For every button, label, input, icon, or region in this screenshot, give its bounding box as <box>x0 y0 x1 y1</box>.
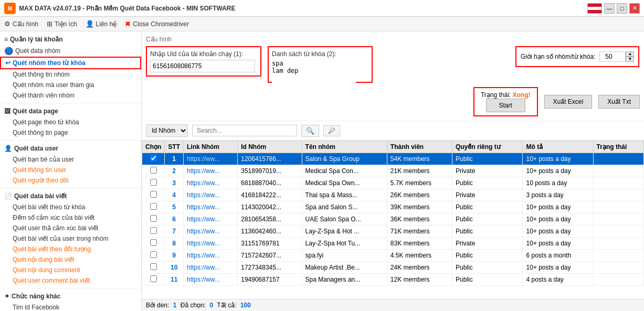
row-stt: 2 <box>165 165 184 177</box>
row-link: https://ww... <box>184 226 238 238</box>
group-link[interactable]: https://ww... <box>187 216 220 223</box>
row-privacy: Private <box>452 238 523 250</box>
row-checkbox[interactable] <box>150 251 157 258</box>
row-checkbox[interactable] <box>150 203 157 210</box>
row-status <box>593 189 643 201</box>
group-link[interactable]: https://ww... <box>187 203 220 211</box>
sidebar-item-noidungbaiviet[interactable]: Quét nội dung bài viết <box>0 254 141 265</box>
sidebar-item-userthamgia[interactable]: Quét nhóm mà user tham gia <box>0 80 141 90</box>
row-stt: 7 <box>165 226 184 238</box>
limit-input[interactable] <box>599 51 626 62</box>
header-privacy: Quyền riêng tư <box>452 141 523 153</box>
nav-lienhe[interactable]: 👤 Liên hệ <box>86 20 117 28</box>
config-icon: ⚙ <box>4 20 10 28</box>
export-excel-button[interactable]: Xuất Excel <box>544 95 593 109</box>
sidebar-item-thongtinpage[interactable]: Quét thông tin page <box>0 127 141 138</box>
row-checkbox[interactable] <box>150 227 157 234</box>
config-section-title: Cấu hình <box>146 36 640 43</box>
header-link: Link Nhóm <box>184 141 238 153</box>
search-clear-button[interactable]: 🔎 <box>323 125 340 136</box>
limit-config-box: Giới hạn số nhóm/từ khóa: ▲ ▼ <box>515 46 639 67</box>
group-link[interactable]: https://ww... <box>187 228 220 235</box>
row-id: 19490687157 <box>238 274 302 286</box>
row-desc: 10+ posts a day <box>523 201 593 213</box>
export-txt-button[interactable]: Xuất Txt <box>598 95 640 109</box>
table-header-row: Chọn STT Link Nhóm Id Nhóm Tên nhóm Thàn… <box>142 141 644 153</box>
row-name: Spa Managers an... <box>302 274 387 286</box>
row-privacy: Public <box>452 262 523 274</box>
sidebar-item-timid[interactable]: Tim Id Facebook <box>0 302 141 311</box>
row-name: UAE Salon Spa O... <box>302 213 387 226</box>
row-checkbox[interactable] <box>150 179 157 186</box>
sidebar-item-nguoitheodoi[interactable]: Quét người theo dõi <box>0 175 141 186</box>
row-id: 3518997019... <box>238 165 302 177</box>
limit-input-group: ▲ ▼ <box>599 51 634 62</box>
sidebar-item-quetusercamxuc[interactable]: Quét user thả cảm xúc bài viết <box>0 223 141 233</box>
header-stt: STT <box>165 141 184 153</box>
minimize-button[interactable]: — <box>604 3 615 14</box>
group-link[interactable]: https://ww... <box>187 167 220 175</box>
group-link[interactable]: https://ww... <box>187 155 220 163</box>
search-input[interactable] <box>192 125 297 136</box>
row-checkbox[interactable] <box>150 275 157 282</box>
row-id: 7157242607... <box>238 250 302 262</box>
group-link[interactable]: https://ww... <box>187 264 220 271</box>
limit-label: Giới hạn số nhóm/từ khóa: <box>521 53 595 60</box>
sidebar-item-thongtinuser[interactable]: Quét thông tin user <box>0 165 141 175</box>
nav-config[interactable]: ⚙ Cấu hình <box>4 20 38 28</box>
nav-tienich[interactable]: ⊞ Tiện ích <box>47 20 77 28</box>
row-checkbox[interactable] <box>150 263 157 270</box>
row-status <box>593 250 643 262</box>
sidebar-item-quetnhomtukhoa[interactable]: ↩ Quét nhóm theo từ khóa <box>0 57 141 69</box>
maximize-button[interactable]: □ <box>617 3 627 14</box>
row-status <box>593 226 643 238</box>
group-link[interactable]: https://ww... <box>187 252 220 259</box>
group-link[interactable]: https://ww... <box>187 240 220 247</box>
close-driver-icon: ✖ <box>125 20 131 28</box>
close-button[interactable]: ✕ <box>629 3 640 14</box>
sidebar-item-thanhvien[interactable]: Quét thành viên nhóm <box>0 90 141 101</box>
sidebar-item-quetnhom[interactable]: 🔵 Quét data nhóm <box>0 45 141 57</box>
sidebar-item-baivietdoituong[interactable]: Quét bài viết theo đối tượng <box>0 244 141 254</box>
sidebar-item-pagetukhoa[interactable]: Quét page theo từ khóa <box>0 117 141 127</box>
table-row: 8 https://ww... 31151769781 Lay-Z-Spa Ho… <box>142 238 644 250</box>
sidebar-item-usercomment[interactable]: Quét user comment bài viết <box>0 275 141 286</box>
row-desc: 10+ posts a day <box>523 153 593 165</box>
row-name: Salon & Spa Group <box>302 153 387 165</box>
footer-tatca-label: Tất cả: <box>217 302 236 309</box>
sidebar-item-banbecuauser[interactable]: Quét bạn bè của user <box>0 154 141 165</box>
limit-decrement-button[interactable]: ▼ <box>626 57 634 62</box>
row-checkbox[interactable] <box>150 155 157 162</box>
footer-tatca-num: 100 <box>240 302 251 309</box>
sidebar-item-noidungcomment[interactable]: Quét nội dung comment <box>0 265 141 275</box>
sidebar-section-page: 🖼 Quét data page <box>0 105 141 117</box>
sidebar-item-baiviettukhoa[interactable]: Quét bài viết theo từ khóa <box>0 202 141 212</box>
language-flag[interactable] <box>587 3 602 14</box>
table-row: 6 https://ww... 2810654358... UAE Salon … <box>142 213 644 226</box>
app-title: MAX DATA v24.07.19 - Phần Mềm Quét Data … <box>19 5 236 12</box>
row-checkbox[interactable] <box>150 215 157 222</box>
status-box: Trạng thái: Xong! Start <box>473 87 538 116</box>
row-id: 31151769781 <box>238 238 302 250</box>
svg-text:M: M <box>8 6 12 12</box>
sidebar-item-demcamxuc[interactable]: Đếm số cảm xúc của bài viết <box>0 212 141 223</box>
row-members: 54K members <box>387 153 452 165</box>
row-checkbox[interactable] <box>150 239 157 246</box>
sidebar-item-thongtin[interactable]: Quét thông tin nhóm <box>0 69 141 80</box>
row-checkbox[interactable] <box>150 191 157 198</box>
group-link[interactable]: https://ww... <box>187 276 220 283</box>
sidebar-section-user: 👤 Quét data user <box>0 143 141 154</box>
start-button[interactable]: Start <box>486 99 525 112</box>
limit-increment-button[interactable]: ▲ <box>626 51 634 57</box>
row-status <box>593 201 643 213</box>
uid-input[interactable] <box>150 60 255 72</box>
group-link[interactable]: https://ww... <box>187 179 220 187</box>
nav-close-driver[interactable]: ✖ Close Chromedriver <box>125 20 189 28</box>
sidebar-item-baivietuser[interactable]: Quét bài viết của user trong nhóm <box>0 233 141 244</box>
keyword-input[interactable]: spa lam dep <box>272 60 356 83</box>
group-link[interactable]: https://ww... <box>187 191 220 199</box>
search-category-select[interactable]: Id Nhóm <box>146 124 188 137</box>
row-checkbox[interactable] <box>150 167 157 174</box>
table-row: 9 https://ww... 7157242607... spa.fyi 4.… <box>142 250 644 262</box>
search-button[interactable]: 🔍 <box>301 125 319 137</box>
